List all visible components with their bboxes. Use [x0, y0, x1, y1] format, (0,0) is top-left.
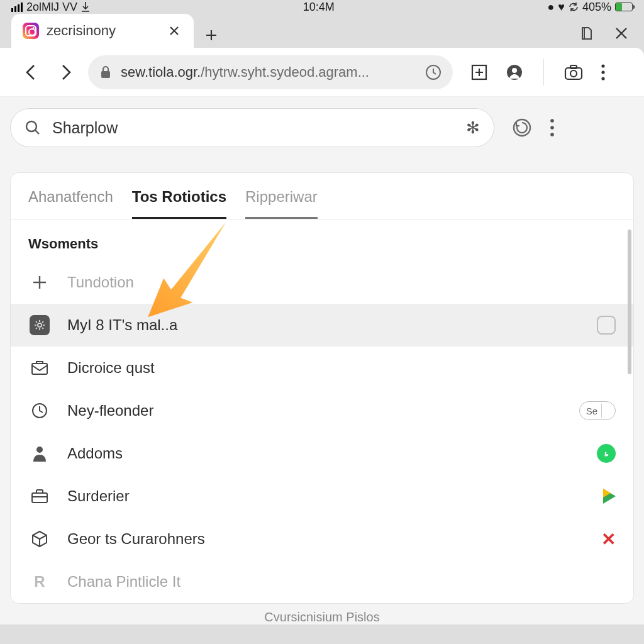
search-icon: [25, 119, 41, 136]
refresh-circle-icon[interactable]: [512, 118, 532, 138]
site-settings-icon[interactable]: [425, 64, 441, 80]
row-label: Geor ts Curarohners: [67, 530, 585, 548]
se-pill[interactable]: Se: [579, 401, 616, 420]
toolbar-divider: [543, 59, 544, 86]
svg-point-13: [550, 119, 554, 123]
instagram-favicon: [23, 23, 39, 39]
device-status-bar: 2olMlJ VV 10:4M ● ♥ 405%: [0, 0, 644, 14]
status-right: ● ♥ 405%: [547, 1, 633, 14]
page-menu-button[interactable]: [550, 118, 555, 137]
browser-toolbar: sew.tiola.ogr./hytrw.syht.sydeod.agram..…: [0, 48, 644, 97]
browser-tab[interactable]: zecrisinony: [11, 14, 194, 48]
svg-point-8: [601, 64, 604, 67]
row-label: Tundotion: [67, 274, 616, 291]
add-bookmark-button[interactable]: [470, 64, 488, 81]
tab-close-button[interactable]: [166, 23, 182, 39]
row-neyfleonder[interactable]: Ney-fleonder Se: [11, 389, 633, 432]
carrier-text: 2olMlJ VV: [26, 1, 77, 14]
tab-ahanatfench[interactable]: Ahanatfench: [28, 188, 113, 219]
gear-chip-icon: [28, 314, 51, 336]
download-icon: [81, 2, 90, 12]
svg-rect-21: [36, 490, 43, 493]
row-addoms[interactable]: Addoms: [11, 432, 633, 475]
whatsapp-icon: [597, 444, 616, 463]
svg-rect-5: [565, 68, 582, 79]
heart-icon: ♥: [558, 1, 565, 14]
row-label: Ney-fleonder: [67, 402, 563, 419]
tab-ripperiwar[interactable]: Ripperiwar: [245, 188, 318, 219]
tab-title: zecrisinony: [47, 23, 158, 39]
page-search-bar[interactable]: ✻: [10, 108, 494, 147]
row-label: MyI 8 IT's mal..a: [67, 316, 580, 334]
scroll-indicator[interactable]: [628, 230, 631, 374]
url-path: /hytrw.syht.sydeod.agram...: [201, 64, 369, 80]
snowflake-icon[interactable]: ✻: [466, 118, 480, 138]
row-chana-pintlicle[interactable]: R Chana Pintlicle It: [11, 560, 633, 603]
back-button[interactable]: [20, 61, 43, 84]
row-label: Addoms: [67, 445, 580, 462]
row-label: Dicroice qust: [67, 359, 616, 377]
row-label: Surderier: [67, 487, 587, 505]
page-search-input[interactable]: [52, 119, 455, 137]
svg-point-16: [38, 323, 42, 327]
battery-percent: 405%: [582, 1, 611, 14]
svg-point-9: [601, 70, 604, 74]
section-heading: Wsoments: [11, 219, 633, 261]
remove-x-icon[interactable]: ✕: [601, 529, 616, 550]
svg-rect-7: [570, 65, 577, 69]
row-geor-curarohners[interactable]: Geor ts Curarohners ✕: [11, 518, 633, 560]
signal-icon: [11, 3, 23, 12]
svg-rect-0: [101, 71, 110, 78]
svg-rect-20: [32, 493, 47, 502]
close-window-button[interactable]: [614, 25, 629, 42]
location-icon: ●: [547, 1, 554, 14]
lock-icon: [99, 65, 112, 79]
row-checkbox[interactable]: [597, 316, 616, 335]
browser-tab-strip: zecrisinony: [0, 14, 644, 48]
play-store-icon: [603, 489, 616, 504]
plus-icon: [28, 271, 51, 294]
forward-button[interactable]: [54, 61, 77, 84]
footer-hint: Cvursicnisium Pislos: [10, 604, 634, 625]
results-list: Tundotion MyI 8 IT's mal..a Dicro: [11, 261, 633, 603]
row-dicroice[interactable]: Dicroice qust: [11, 347, 633, 389]
svg-point-19: [36, 447, 43, 453]
svg-point-14: [550, 126, 554, 130]
r-badge-icon: R: [28, 570, 51, 593]
svg-point-11: [26, 121, 36, 131]
url-host: sew.tiola.ogr.: [121, 64, 201, 80]
row-surderier[interactable]: Surderier: [11, 475, 633, 518]
card-tabs: Ahanatfench Tos Rotiotics Ripperiwar: [11, 173, 633, 219]
row-tundotion[interactable]: Tundotion: [11, 261, 633, 304]
mail-icon: [28, 357, 51, 379]
row-label: Chana Pintlicle It: [67, 573, 616, 591]
url-text: sew.tiola.ogr./hytrw.syht.sydeod.agram..…: [121, 64, 369, 80]
svg-point-15: [550, 133, 554, 136]
person-icon: [28, 442, 51, 465]
pill-text: Se: [586, 406, 597, 416]
page-content: ✻ Ahanatfench Tos Rotiotics Ripperiwar W…: [0, 97, 644, 625]
battery-icon: [615, 3, 633, 11]
browser-menu-button[interactable]: [601, 64, 606, 81]
status-left: 2olMlJ VV: [11, 1, 90, 14]
cube-icon: [28, 528, 51, 550]
sync-icon: [569, 2, 579, 12]
clock-icon: [28, 399, 51, 422]
clock: 10:4M: [90, 1, 547, 14]
svg-rect-17: [32, 364, 47, 374]
tab-tos-rotiotics[interactable]: Tos Rotiotics: [132, 188, 226, 219]
new-tab-button[interactable]: [199, 23, 224, 48]
reader-mode-icon[interactable]: [580, 25, 596, 42]
account-icon[interactable]: [506, 64, 523, 81]
address-bar[interactable]: sew.tiola.ogr./hytrw.syht.sydeod.agram..…: [88, 55, 453, 89]
row-myl8its[interactable]: MyI 8 IT's mal..a: [11, 304, 633, 347]
briefcase-icon: [28, 485, 51, 508]
svg-point-4: [512, 68, 517, 73]
svg-point-6: [570, 70, 577, 77]
svg-point-10: [601, 77, 604, 80]
results-card: Ahanatfench Tos Rotiotics Ripperiwar Wso…: [10, 172, 634, 604]
camera-icon[interactable]: [564, 64, 583, 81]
